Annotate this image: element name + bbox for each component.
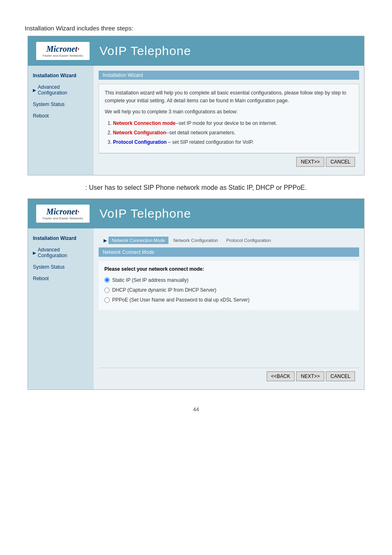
panel1-logo: Micronet· Faster and Easier Networks <box>36 42 90 60</box>
sidebar-item-system-status[interactable]: System Status <box>28 99 94 110</box>
step-3: Protocol Configuration – set SIP related… <box>113 138 353 146</box>
sidebar-item-reboot[interactable]: Reboot <box>28 110 94 122</box>
radio-pppoe-label: PPPoE (Set User Name and Password to dia… <box>112 296 249 304</box>
panel2-logo: Micronet· Faster and Easier Networks <box>36 205 90 223</box>
panel2-section-label: Network Connect Mode <box>99 248 359 257</box>
tab-arrow: ▶ <box>104 238 107 243</box>
page-number: 44 <box>25 406 367 412</box>
panel2-sidebar-installation[interactable]: Installation Wizard <box>28 233 94 244</box>
panel2-title: VoIP Telephone <box>99 207 191 221</box>
panel1-content-title: Installation Wizard <box>99 71 359 80</box>
panel2-back-button[interactable]: <<BACK <box>267 371 295 381</box>
panel1-body: Installation Wizard Advanced Configurati… <box>28 66 364 175</box>
panel1-logo-sub: Faster and Easier Networks <box>40 54 85 58</box>
panel1-sidebar: Installation Wizard Advanced Configurati… <box>28 66 94 175</box>
between-text: : User has to select SIP Phone network m… <box>28 183 364 193</box>
tab-network-connection[interactable]: Network Connection Mode <box>108 237 168 244</box>
panel2-cancel-button[interactable]: CANCEL <box>326 371 355 381</box>
tab-protocol-config[interactable]: Protocol Configuration <box>223 237 274 244</box>
panel2-spacer <box>99 310 359 368</box>
step-2: Network Configuration--set detail networ… <box>113 129 353 137</box>
tab-network-config[interactable]: Network Configuration <box>170 237 221 244</box>
radio-dhcp: DHCP (Capture dynamic IP from DHCP Serve… <box>104 286 353 294</box>
panel2-content: ▶ Network Connection Mode Network Config… <box>94 228 364 389</box>
radio-static-ip-label: Static IP (Set IP address manually) <box>112 276 189 284</box>
panel1-content: Installation Wizard This installation wi… <box>94 66 364 175</box>
panel1-body-p2: We will help you to complete 3 main conf… <box>105 108 353 116</box>
panel2-body: Installation Wizard Advanced Configurati… <box>28 228 364 389</box>
panel2-next-button[interactable]: NEXT>> <box>296 371 324 381</box>
panel1-cancel-button[interactable]: CANCEL <box>326 157 355 167</box>
panel1-title: VoIP Telephone <box>99 44 191 58</box>
panel2-logo-text: Micronet· <box>40 207 85 216</box>
panel2-step-tabs: ▶ Network Connection Mode Network Config… <box>99 233 359 248</box>
radio-pppoe: PPPoE (Set User Name and Password to dia… <box>104 296 353 304</box>
panel1-logo-text: Micronet· <box>40 44 85 54</box>
panel1-container: Micronet· Faster and Easier Networks VoI… <box>28 36 364 175</box>
panel2-sidebar-status[interactable]: System Status <box>28 261 94 273</box>
intro-text: Installation Wizard includes three steps… <box>25 25 367 32</box>
sidebar-item-installation-wizard[interactable]: Installation Wizard <box>28 70 94 81</box>
panel1-steps-list: Network Connection mode--set IP mode for… <box>113 120 353 147</box>
panel2-header: Micronet· Faster and Easier Networks VoI… <box>28 199 364 228</box>
panel2-prompt: Please select your network connect mode: <box>104 265 353 273</box>
panel1-body-p1: This installation wizard will help you t… <box>105 89 353 105</box>
sidebar-item-advanced-config[interactable]: Advanced Configuration <box>28 81 94 99</box>
radio-static-ip: Static IP (Set IP address manually) <box>104 276 353 284</box>
step-1: Network Connection mode--set IP mode for… <box>113 120 353 127</box>
panel2-logo-sub: Faster and Easier Networks <box>40 216 85 220</box>
panel2-logo-dot: · <box>77 207 79 216</box>
step-1-highlight: Network Connection mode <box>113 120 175 126</box>
panel2-button-row: <<BACK NEXT>> CANCEL <box>99 368 359 385</box>
radio-pppoe-input[interactable] <box>104 297 110 303</box>
panel2-network-content: Please select your network connect mode:… <box>99 261 359 310</box>
radio-dhcp-label: DHCP (Capture dynamic IP from DHCP Serve… <box>112 286 216 294</box>
panel2-sidebar-advanced[interactable]: Advanced Configuration <box>28 244 94 261</box>
logo-dot: · <box>77 44 79 53</box>
panel2-container: Micronet· Faster and Easier Networks VoI… <box>28 198 364 390</box>
panel1-next-button[interactable]: NEXT>> <box>296 157 324 167</box>
radio-dhcp-input[interactable] <box>104 288 110 293</box>
panel2-sidebar: Installation Wizard Advanced Configurati… <box>28 228 94 389</box>
panel1-header: Micronet· Faster and Easier Networks VoI… <box>28 36 364 66</box>
radio-static-ip-input[interactable] <box>104 277 110 283</box>
step-2-highlight: Network Configuration <box>113 130 166 136</box>
panel1-content-box: This installation wizard will help you t… <box>99 84 359 153</box>
panel2-sidebar-reboot[interactable]: Reboot <box>28 273 94 284</box>
step-3-highlight: Protocol Configuration <box>113 139 167 145</box>
panel1-button-row: NEXT>> CANCEL <box>99 153 359 170</box>
